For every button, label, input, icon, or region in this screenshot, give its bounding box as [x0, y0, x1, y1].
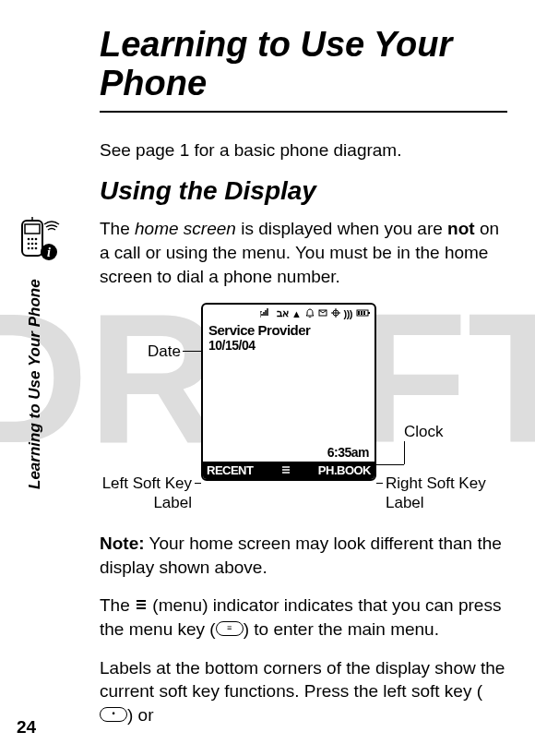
svg-point-6 — [31, 243, 34, 246]
svg-point-5 — [28, 243, 30, 246]
screen-body — [203, 353, 374, 445]
screen-date: 10/15/04 — [203, 338, 374, 353]
info-phone-icon: i — [17, 217, 68, 267]
svg-rect-20 — [358, 311, 360, 315]
screen-clock: 6:35am — [203, 445, 374, 462]
callout-date: Date — [125, 342, 181, 361]
left-soft-key-icon: • — [100, 707, 127, 722]
vibrate-icon: ))) — [344, 308, 353, 319]
svg-point-2 — [28, 238, 30, 241]
phone-screen-outline: אב ▲ ))) Service Provider 10/15/04 6 — [201, 303, 376, 481]
leader-line — [376, 483, 383, 484]
menu-indicator-icon — [281, 464, 291, 477]
svg-point-4 — [35, 238, 38, 241]
svg-point-3 — [31, 238, 34, 241]
chapter-title: Learning to Use Your Phone — [100, 26, 507, 103]
section-heading: Using the Display — [100, 176, 507, 206]
service-provider-label: Service Provider — [203, 322, 374, 338]
home-screen-paragraph: The home screen is displayed when you ar… — [100, 217, 507, 288]
svg-point-9 — [31, 247, 34, 250]
callout-right-softkey: Right Soft Key Label — [386, 474, 507, 512]
svg-rect-19 — [368, 312, 370, 314]
bell-icon — [305, 308, 315, 319]
menu-key-icon: ≡ — [216, 621, 244, 636]
callout-left-softkey: Left Soft Key Label — [90, 474, 192, 512]
leader-line — [376, 464, 404, 465]
menu-glyph-icon — [135, 599, 148, 610]
title-rule — [100, 111, 507, 113]
right-softkey-label: PH.BOOK — [318, 463, 371, 477]
svg-rect-22 — [363, 311, 365, 315]
svg-point-10 — [35, 247, 38, 250]
svg-point-7 — [35, 243, 38, 246]
location-icon — [331, 308, 340, 319]
svg-rect-21 — [361, 311, 363, 315]
status-bar: אב ▲ ))) — [203, 305, 374, 322]
leader-line — [183, 351, 201, 352]
triangle-up-icon: ▲ — [291, 308, 301, 319]
page-content: Learning to Use Your Phone See page 1 fo… — [0, 0, 535, 727]
menu-indicator-paragraph: The (menu) indicator indicates that you … — [100, 594, 507, 641]
leader-line — [195, 483, 201, 484]
softkey-paragraph: Labels at the bottom corners of the disp… — [100, 656, 507, 727]
svg-rect-1 — [25, 224, 40, 234]
leader-line — [404, 441, 405, 464]
battery-icon — [356, 308, 371, 319]
signal-icon — [260, 308, 273, 319]
screen-diagram: אב ▲ ))) Service Provider 10/15/04 6 — [100, 303, 507, 515]
svg-point-8 — [28, 247, 30, 250]
left-softkey-label: RECENT — [207, 463, 253, 477]
softkey-bar: RECENT PH.BOOK — [203, 462, 374, 479]
intro-paragraph: See page 1 for a basic phone diagram. — [100, 138, 507, 162]
hebrew-icon: אב — [277, 307, 288, 319]
note-paragraph: Note: Your home screen may look differen… — [100, 532, 507, 579]
svg-text:i: i — [47, 246, 51, 259]
msg-icon — [318, 308, 327, 319]
callout-clock: Clock — [404, 423, 444, 441]
